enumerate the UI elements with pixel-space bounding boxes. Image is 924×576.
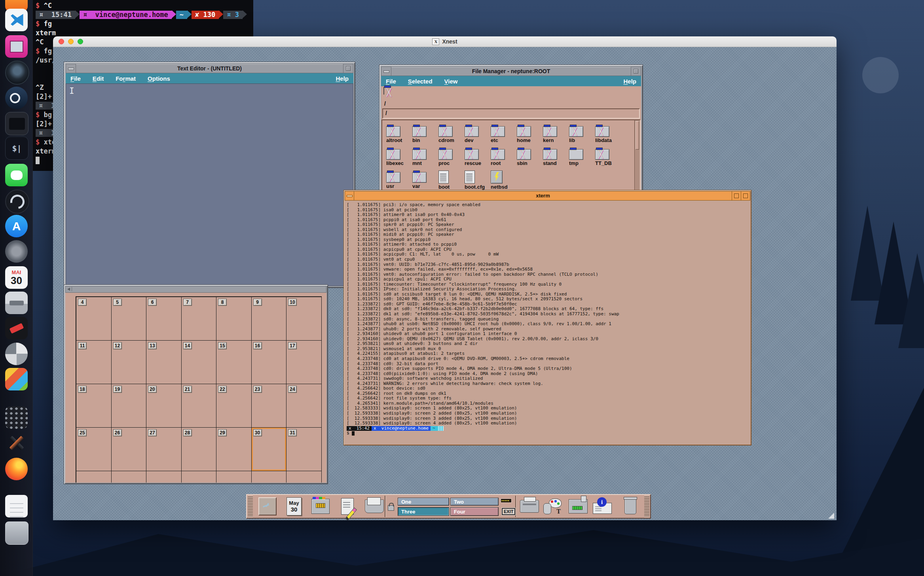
calendar-day-7[interactable]: 7 [183, 299, 192, 306]
calendar-panel-icon[interactable]: May30 [285, 497, 304, 515]
calendar-day-4[interactable]: 4 [78, 299, 87, 306]
minimize-button[interactable] [732, 191, 741, 200]
calendar-date-dock-icon[interactable]: MAI30 [5, 266, 28, 289]
file-icon-tmp[interactable]: tmp [569, 147, 595, 170]
file-icon-altroot[interactable]: ╳altroot [386, 124, 412, 147]
file-icon-dev[interactable]: ╳dev [465, 124, 491, 147]
file-icon-cdrom[interactable]: ╳cdrom [438, 124, 465, 147]
panel-handle-left[interactable] [248, 496, 253, 517]
file-icon-sbin[interactable]: ╳sbin [517, 147, 543, 170]
firefox-dock-icon[interactable] [5, 458, 28, 480]
file-icon-stand[interactable]: ╳stand [543, 147, 569, 170]
menu-item-file[interactable]: File [386, 78, 396, 85]
help-viewer-panel-icon[interactable]: i [592, 497, 611, 515]
exit-button[interactable]: EXIT [502, 508, 515, 515]
calendar-day-8[interactable]: 8 [218, 299, 227, 306]
window-menu-button[interactable] [345, 191, 354, 200]
file-icon-libexec[interactable]: ╳libexec [386, 147, 412, 170]
calendar-day-30[interactable]: 30 [253, 429, 262, 436]
calendar-day-13[interactable]: 13 [148, 342, 157, 349]
calendar-day-5[interactable]: 5 [113, 299, 122, 306]
menu-item-help[interactable]: Help [336, 75, 349, 82]
maximize-button[interactable] [343, 64, 353, 73]
menu-item-view[interactable]: View [444, 78, 458, 85]
calendar-day-17[interactable]: 17 [288, 342, 297, 349]
gameboy-advance-dock-icon[interactable] [5, 35, 28, 58]
menu-item-edit[interactable]: Edit [93, 75, 104, 82]
file-icon-proc[interactable]: ╳proc [438, 147, 465, 170]
workspace-lock-icon[interactable] [387, 497, 395, 515]
terminal-dark-dock-icon[interactable] [5, 112, 28, 135]
pixel-game-dock-icon[interactable] [5, 368, 28, 390]
maximize-button[interactable] [741, 191, 750, 200]
zoom-traffic-light[interactable] [78, 39, 83, 44]
messages-dock-icon[interactable] [5, 164, 28, 186]
file-icon-root[interactable]: ╳root [491, 147, 517, 170]
file-icon-libdata[interactable]: ╳libdata [595, 124, 621, 147]
scroll-left-icon[interactable] [66, 287, 72, 291]
xterm-content[interactable]: [ 1.011675] pci3: i/o space, memory spac… [345, 201, 750, 444]
resize-grip[interactable] [828, 513, 834, 519]
file-icon-etc[interactable]: ╳etc [491, 124, 517, 147]
text-editor-content[interactable]: I [66, 83, 353, 286]
trash-can-dock-icon[interactable] [5, 521, 28, 545]
calendar-scrollbar[interactable] [65, 286, 326, 293]
menu-item-options[interactable]: Options [148, 75, 170, 82]
calendar-day-18[interactable]: 18 [78, 386, 87, 393]
file-icon-bin[interactable]: ╳bin [412, 124, 438, 147]
file-icon-lib[interactable]: ╳lib [569, 124, 595, 147]
menu-item-file[interactable]: File [70, 75, 81, 82]
file-icon-TT_DB[interactable]: ╳TT_DB [595, 147, 621, 170]
menu-item-help[interactable]: Help [623, 78, 636, 85]
calculator-grid-dock-icon[interactable] [5, 406, 28, 429]
path-input[interactable]: / [382, 108, 640, 119]
current-folder-icon[interactable]: ╳ [383, 87, 384, 95]
application-manager-panel-icon[interactable] [569, 497, 588, 515]
calendar-day-9[interactable]: 9 [253, 299, 262, 306]
steam-dock-icon[interactable] [5, 87, 28, 109]
file-manager-titlebar[interactable]: File Manager - neptune:ROOT [381, 66, 641, 76]
maximize-button[interactable] [631, 67, 641, 76]
calendar-day-6[interactable]: 6 [148, 299, 157, 306]
typewriter-dock-icon[interactable] [5, 292, 28, 314]
calendar-day-12[interactable]: 12 [113, 342, 122, 349]
calendar-day-19[interactable]: 19 [113, 386, 122, 393]
calendar-day-27[interactable]: 27 [148, 429, 157, 436]
vscode-dock-icon[interactable] [5, 9, 28, 31]
segmented-disc-dock-icon[interactable] [5, 343, 28, 365]
calendar-day-11[interactable]: 11 [78, 342, 87, 349]
close-traffic-light[interactable] [59, 39, 64, 44]
blank-document-dock-icon[interactable] [5, 495, 28, 517]
clock-panel-icon[interactable] [258, 497, 277, 515]
calendar-day-31[interactable]: 31 [288, 429, 297, 436]
calendar-day-23[interactable]: 23 [253, 386, 262, 393]
file-icon-home[interactable]: ╳home [517, 124, 543, 147]
calendar-day-20[interactable]: 20 [148, 386, 157, 393]
file-icon-kern[interactable]: ╳kern [543, 124, 569, 147]
calendar-day-24[interactable]: 24 [288, 386, 297, 393]
xterm-titlebar[interactable]: xterm [345, 191, 750, 201]
menu-item-selected[interactable]: Selected [408, 78, 433, 85]
red-black-app-dock-icon[interactable] [5, 317, 28, 339]
minimize-traffic-light[interactable] [68, 39, 74, 44]
mail-panel-icon[interactable] [365, 497, 384, 515]
calendar-day-29[interactable]: 29 [218, 429, 227, 436]
terminal-prompt-dock-icon[interactable]: $| [5, 136, 28, 160]
app-store-dock-icon[interactable]: A [5, 215, 28, 237]
camera-lens-dock-icon[interactable] [5, 61, 29, 85]
calendar-day-16[interactable]: 16 [253, 342, 262, 349]
trash-panel-icon[interactable] [621, 497, 640, 515]
text-note-panel-icon[interactable] [338, 497, 357, 515]
workspace-button-one[interactable]: One [398, 498, 449, 506]
xnest-titlebar[interactable]: X Xnest [53, 36, 837, 47]
calendar-day-26[interactable]: 26 [113, 429, 122, 436]
calendar-day-22[interactable]: 22 [218, 386, 227, 393]
panel-handle-right[interactable] [644, 496, 649, 517]
workspace-button-four[interactable]: Four [450, 507, 499, 516]
obs-circle-dock-icon[interactable] [5, 189, 29, 214]
calendar-day-14[interactable]: 14 [183, 342, 192, 349]
xquartz-dock-icon[interactable] [5, 432, 28, 454]
menu-item-format[interactable]: Format [116, 75, 136, 82]
file-manager-panel-icon[interactable] [311, 497, 330, 515]
window-menu-button[interactable] [381, 67, 391, 76]
